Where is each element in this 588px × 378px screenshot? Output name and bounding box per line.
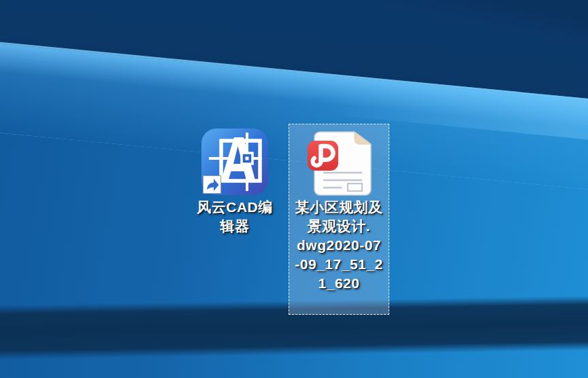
red-p-badge-icon [308, 141, 338, 171]
icon-label: 某小区规划及 景观设计. dwg2020-07 -09_17_51_2 1_62… [289, 198, 389, 293]
desktop-icon-dwg-file-selected[interactable]: 某小区规划及 景观设计. dwg2020-07 -09_17_51_2 1_62… [289, 124, 389, 315]
icon-label-line: -09_17_51_2 [289, 255, 389, 274]
shortcut-arrow-icon [203, 175, 221, 194]
icon-label-line: 风云CAD编 [185, 198, 284, 217]
icon-label-line: 辑器 [185, 217, 284, 236]
icon-label-line: 景观设计. [289, 217, 389, 236]
icon-label-line: 某小区规划及 [289, 198, 389, 217]
icon-label: 风云CAD编 辑器 [185, 198, 284, 236]
dwg-document-icon [306, 131, 372, 197]
icon-label-line: dwg2020-07 [289, 236, 389, 255]
icon-label-line: 1_620 [289, 274, 389, 293]
desktop-icon-cad-editor-shortcut[interactable]: 风云CAD编 辑器 [185, 124, 284, 241]
